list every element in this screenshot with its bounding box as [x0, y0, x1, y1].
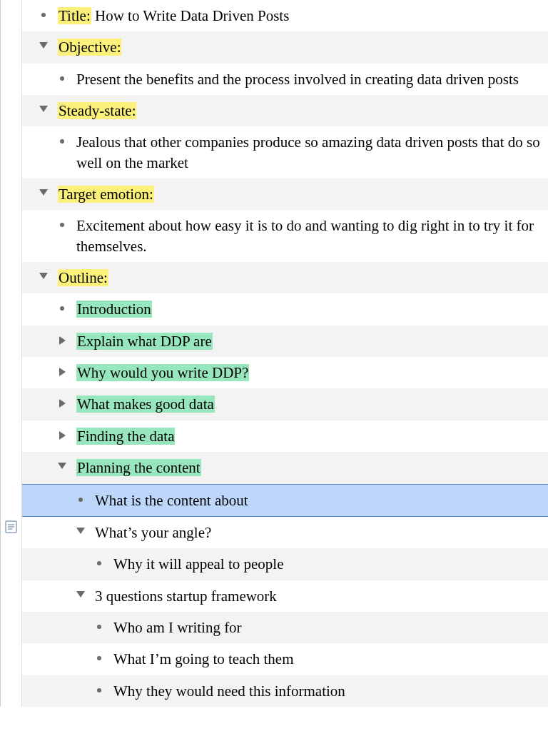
row-why[interactable]: Why would you write DDP?	[22, 357, 548, 388]
row-finding[interactable]: Finding the data	[22, 420, 548, 452]
bullet-icon	[60, 306, 64, 311]
planning-framework: 3 questions startup framework	[89, 586, 544, 606]
chevron-down-icon[interactable]	[76, 591, 85, 598]
chevron-right-icon[interactable]	[59, 431, 66, 440]
framework-teach: What I’m going to teach them	[108, 649, 544, 669]
row-explain[interactable]: Explain what DDP are	[22, 326, 548, 357]
label-target: Target emotion:	[58, 186, 154, 203]
row-angle[interactable]: What’s your angle?	[22, 517, 548, 548]
outline-finding: Finding the data	[76, 428, 175, 445]
outline-explain: Explain what DDP are	[76, 333, 213, 350]
angle-child: Why it will appeal to people	[108, 554, 544, 574]
row-framework[interactable]: 3 questions startup framework	[22, 580, 548, 612]
bullet-icon	[78, 498, 83, 502]
chevron-down-icon[interactable]	[58, 463, 66, 469]
chevron-down-icon[interactable]	[39, 189, 48, 196]
row-gooddata[interactable]: What makes good data	[22, 388, 548, 420]
outline-why: Why would you write DDP?	[76, 364, 249, 381]
outline-intro: Introduction	[76, 301, 152, 318]
chevron-down-icon[interactable]	[76, 528, 85, 534]
framework-need: Why they would need this information	[108, 681, 544, 701]
row-target[interactable]: Target emotion:	[22, 178, 548, 210]
steady-text: Jealous that other companies produce so …	[71, 132, 544, 173]
row-framework-need[interactable]: Why they would need this information	[22, 675, 548, 707]
row-objective[interactable]: Objective:	[22, 31, 548, 63]
bullet-icon	[97, 561, 101, 565]
planning-angle: What’s your angle?	[89, 523, 544, 543]
row-intro[interactable]: Introduction	[22, 293, 548, 325]
row-framework-who[interactable]: Who am I writing for	[22, 612, 548, 643]
row-steady[interactable]: Steady-state:	[22, 95, 548, 126]
chevron-right-icon[interactable]	[59, 368, 66, 376]
chevron-right-icon[interactable]	[59, 336, 66, 345]
row-objective-text[interactable]: Present the benefits and the process inv…	[22, 64, 548, 95]
gutter	[1, 0, 22, 707]
bullet-icon	[41, 13, 46, 17]
title-cell: Title: How to Write Data Driven Posts	[52, 6, 544, 26]
bullet-icon	[60, 139, 64, 143]
note-icon[interactable]	[4, 520, 19, 534]
chevron-down-icon[interactable]	[39, 42, 48, 49]
label-title: Title:	[58, 7, 91, 24]
title-text: How to Write Data Driven Posts	[91, 7, 290, 24]
outline-editor: Title: How to Write Data Driven Posts Ob…	[0, 0, 548, 707]
row-planning[interactable]: Planning the content	[22, 452, 548, 483]
framework-who: Who am I writing for	[108, 618, 544, 637]
planning-about: What is the content about	[89, 490, 544, 510]
bullet-icon	[60, 76, 64, 81]
outline-planning: Planning the content	[76, 459, 201, 476]
bullet-icon	[97, 625, 101, 629]
row-target-text[interactable]: Excitement about how easy it is to do an…	[22, 210, 548, 262]
bullet-icon	[97, 656, 101, 660]
outline-gooddata: What makes good data	[76, 395, 215, 413]
row-content-about[interactable]: What is the content about	[22, 484, 548, 517]
row-outline[interactable]: Outline:	[22, 262, 548, 293]
target-text: Excitement about how easy it is to do an…	[71, 216, 544, 256]
row-framework-teach[interactable]: What I’m going to teach them	[22, 643, 548, 675]
row-angle-child[interactable]: Why it will appeal to people	[22, 548, 548, 580]
bullet-icon	[60, 223, 64, 227]
objective-text: Present the benefits and the process inv…	[71, 69, 544, 89]
chevron-down-icon[interactable]	[39, 273, 48, 279]
row-steady-text[interactable]: Jealous that other companies produce so …	[22, 126, 548, 178]
chevron-right-icon[interactable]	[59, 399, 66, 408]
chevron-down-icon[interactable]	[39, 106, 48, 112]
label-steady: Steady-state:	[58, 102, 136, 119]
label-outline: Outline:	[58, 269, 108, 286]
label-objective: Objective:	[58, 39, 121, 56]
row-title[interactable]: Title: How to Write Data Driven Posts	[22, 0, 548, 31]
outline-rows: Title: How to Write Data Driven Posts Ob…	[22, 0, 548, 707]
bullet-icon	[97, 688, 101, 692]
